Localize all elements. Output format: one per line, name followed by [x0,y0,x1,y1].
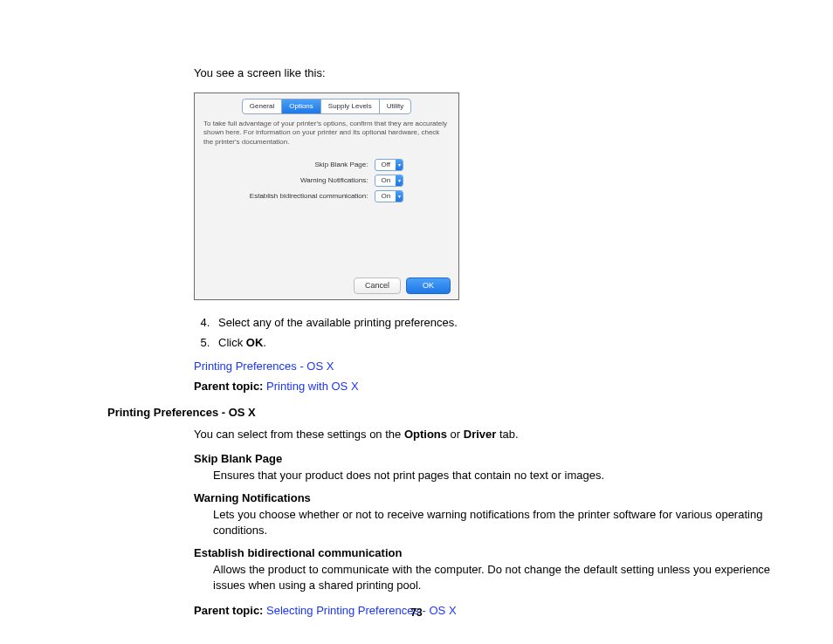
dialog-footer: Cancel OK [196,273,458,298]
tab-utility[interactable]: Utility [380,99,411,113]
tab-bar: General Options Supply Levels Utility [195,93,458,114]
section-body: You can select from these settings on th… [194,427,795,618]
para-a: You can select from these settings on th… [194,428,404,441]
intro-text: You see a screen like this: [194,65,795,81]
para-e: tab. [496,428,518,441]
select-value: On [375,191,396,202]
step-5-bold: OK [246,336,264,349]
option-label-bidirectional: Establish bidirectional communication: [247,189,371,203]
parent-topic-label: Parent topic: [194,380,266,393]
option-label-skip-blank: Skip Blank Page: [247,158,371,172]
dialog-body: To take full advantage of your printer's… [195,114,458,205]
para-c: or [447,428,464,441]
term-skip-blank-page: Skip Blank Page [194,451,795,467]
select-value: On [375,175,396,186]
desc-warning-notifications: Lets you choose whether or not to receiv… [213,507,795,538]
chevron-down-icon: ▾ [396,175,403,186]
chevron-down-icon: ▾ [396,160,403,170]
option-row: Skip Blank Page: Off ▾ [247,158,406,172]
para-d: Driver [464,428,497,441]
manual-page: You see a screen like this: General Opti… [0,0,833,644]
step-5-suffix: . [263,336,266,349]
intro-block: You see a screen like this: General Opti… [194,65,795,394]
ok-button[interactable]: OK [406,277,451,293]
options-dialog-screenshot: General Options Supply Levels Utility To… [194,92,459,300]
select-skip-blank[interactable]: Off ▾ [375,159,403,171]
link-printing-preferences-osx[interactable]: Printing Preferences - OS X [194,360,334,373]
option-row: Establish bidirectional communication: O… [247,189,406,203]
cancel-button[interactable]: Cancel [354,277,401,293]
desc-skip-blank-page: Ensures that your product does not print… [213,468,795,483]
step-5: Click OK. [213,332,795,353]
options-table: Skip Blank Page: Off ▾ Warning Notificat… [245,156,408,205]
steps-list: Select any of the available printing pre… [194,312,795,353]
chevron-down-icon: ▾ [396,191,403,202]
definitions: Skip Blank Page Ensures that your produc… [194,451,795,593]
para-b: Options [404,428,447,441]
tab-options[interactable]: Options [282,99,321,113]
tab-supply-levels[interactable]: Supply Levels [321,99,380,113]
step-5-prefix: Click [218,336,246,349]
link-printing-with-osx[interactable]: Printing with OS X [266,380,359,393]
dialog-note: To take full advantage of your printer's… [203,120,450,147]
select-value: Off [375,160,396,170]
select-warning[interactable]: On ▾ [375,175,403,187]
options-description: You can select from these settings on th… [194,427,795,442]
option-label-warning: Warning Notifications: [247,174,371,188]
page-number: 73 [0,606,833,620]
select-bidirectional[interactable]: On ▾ [375,190,403,202]
step-4: Select any of the available printing pre… [213,312,795,333]
term-bidirectional: Establish bidirectional communication [194,545,795,561]
option-row: Warning Notifications: On ▾ [247,174,406,188]
desc-bidirectional: Allows the product to communicate with t… [213,562,795,593]
tab-general[interactable]: General [243,99,282,113]
section-heading: Printing Preferences - OS X [107,405,795,421]
tab-group: General Options Supply Levels Utility [242,99,411,114]
term-warning-notifications: Warning Notifications [194,490,795,506]
